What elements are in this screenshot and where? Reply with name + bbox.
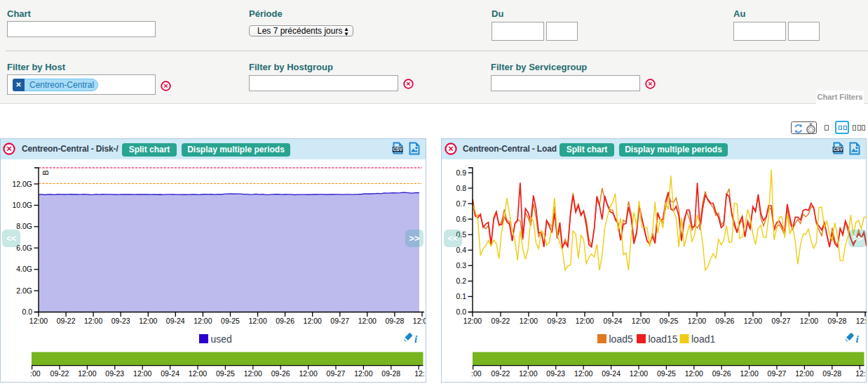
svg-text:09-25: 09-25 [660, 317, 679, 325]
svg-text:12:00: 12:00 [685, 369, 703, 378]
svg-text:12:00: 12:00 [248, 317, 266, 325]
svg-text:09-24: 09-24 [166, 317, 185, 325]
svg-text:×: × [448, 143, 454, 154]
svg-text:09-28: 09-28 [828, 317, 847, 325]
svg-text:used: used [211, 333, 232, 345]
svg-text:09-26: 09-26 [276, 317, 294, 325]
svg-text:12:00: 12:00 [856, 317, 867, 325]
svg-text:8.0G: 8.0G [16, 222, 32, 230]
svg-text:12:00: 12:00 [304, 317, 322, 325]
svg-text:09-27: 09-27 [330, 317, 349, 325]
svg-text:0.3: 0.3 [456, 261, 466, 270]
svg-text:0.0: 0.0 [22, 307, 32, 316]
svg-text:12:00: 12:00 [795, 369, 813, 378]
svg-text:12:00: 12:00 [632, 317, 650, 325]
svg-text:09-28: 09-28 [385, 317, 404, 325]
svg-text:12:00: 12:00 [133, 369, 151, 378]
svg-text:12:00: 12:00 [744, 317, 762, 325]
svg-text:CSV: CSV [393, 147, 402, 152]
svg-text::00: :00 [30, 369, 41, 378]
svg-text:×: × [6, 143, 12, 154]
svg-text:09-25: 09-25 [657, 369, 676, 378]
svg-text:12:00: 12:00 [78, 369, 96, 378]
svg-text:12:00: 12:00 [740, 369, 758, 378]
svg-text:load5: load5 [609, 333, 633, 345]
svg-text:09-24: 09-24 [602, 369, 621, 378]
svg-text:12:00: 12:00 [413, 317, 426, 325]
svg-text:×: × [163, 81, 168, 90]
svg-text:12:00: 12:00 [630, 369, 648, 378]
svg-text:12:00: 12:00 [244, 369, 262, 378]
svg-text:12:00: 12:00 [358, 317, 377, 325]
svg-text:09-24: 09-24 [604, 317, 623, 325]
svg-text:12:: 12: [855, 369, 866, 378]
svg-text:09-28: 09-28 [381, 369, 400, 378]
svg-text:<<: << [447, 233, 459, 244]
svg-text:load1: load1 [691, 333, 715, 345]
svg-text:09-23: 09-23 [111, 317, 130, 325]
svg-text:09-26: 09-26 [712, 369, 731, 378]
svg-text:09-23: 09-23 [548, 317, 567, 325]
svg-text:09-24: 09-24 [161, 369, 179, 378]
svg-text:0.7: 0.7 [456, 199, 466, 208]
svg-text:10.0G: 10.0G [12, 201, 32, 209]
svg-text:×: × [648, 79, 652, 88]
svg-text:12:00: 12:00 [520, 317, 538, 325]
svg-text:09-25: 09-25 [221, 317, 240, 325]
svg-text:12:00: 12:00 [189, 369, 207, 378]
svg-text:load15: load15 [649, 333, 678, 345]
svg-text:12:: 12: [414, 369, 425, 378]
svg-text:09-22: 09-22 [50, 369, 69, 378]
svg-text:12:00: 12:00 [194, 317, 212, 325]
svg-text:12:00: 12:00 [354, 369, 372, 378]
svg-text:09-27: 09-27 [327, 369, 346, 378]
svg-text:12:00: 12:00 [84, 317, 102, 325]
svg-text:12:00: 12:00 [299, 369, 317, 378]
svg-text:0.8: 0.8 [456, 184, 466, 192]
svg-text:0.0: 0.0 [456, 307, 466, 316]
svg-text:12:00: 12:00 [519, 369, 537, 378]
svg-text:12:00: 12:00 [574, 369, 592, 378]
svg-text:09-26: 09-26 [716, 317, 735, 325]
svg-text::00: :00 [471, 369, 482, 378]
svg-text:4.0G: 4.0G [16, 265, 32, 273]
svg-text:09-22: 09-22 [491, 369, 510, 378]
svg-text:>>: >> [409, 233, 420, 244]
svg-text:0.2: 0.2 [456, 277, 466, 285]
svg-text:09-22: 09-22 [491, 317, 510, 325]
svg-text:09-23: 09-23 [105, 369, 124, 378]
svg-text:09-23: 09-23 [546, 369, 565, 378]
svg-text:09-27: 09-27 [768, 369, 787, 378]
svg-text:09-28: 09-28 [822, 369, 841, 378]
svg-text:2.0G: 2.0G [16, 286, 32, 295]
svg-text:×: × [406, 79, 410, 88]
svg-text:09-26: 09-26 [271, 369, 290, 378]
svg-text:09-27: 09-27 [772, 317, 791, 325]
svg-text:>>: >> [852, 233, 863, 244]
svg-text:B: B [41, 171, 50, 176]
svg-text:i: i [414, 333, 418, 345]
svg-text:CSV: CSV [833, 147, 843, 152]
svg-text:0.9: 0.9 [456, 168, 466, 177]
svg-text:12:00: 12:00 [576, 317, 594, 325]
svg-text:09-25: 09-25 [216, 369, 235, 378]
svg-text:0.1: 0.1 [456, 292, 466, 300]
svg-text:09-22: 09-22 [57, 317, 76, 325]
svg-text:12.0G: 12.0G [12, 180, 32, 188]
svg-text:0.6: 0.6 [456, 215, 466, 223]
svg-text:12:00: 12:00 [463, 317, 482, 325]
svg-text:12:00: 12:00 [139, 317, 157, 325]
svg-text:12:00: 12:00 [800, 317, 818, 325]
svg-text:12:00: 12:00 [29, 317, 48, 325]
svg-text:12:00: 12:00 [688, 317, 706, 325]
svg-text:i: i [856, 333, 860, 345]
svg-text:<<: << [6, 233, 17, 244]
